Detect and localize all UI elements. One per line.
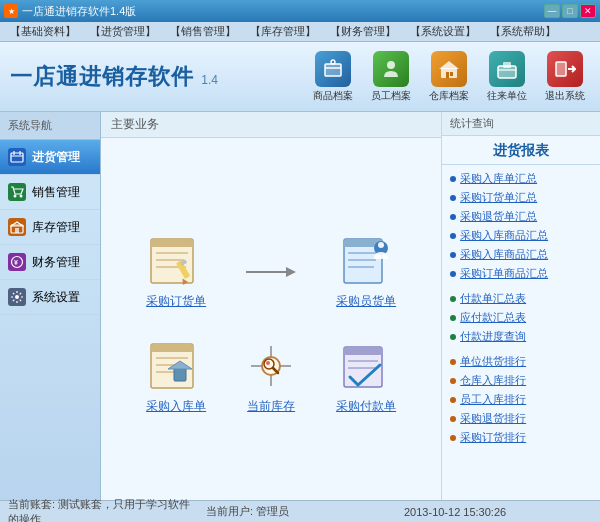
bullet-9	[450, 359, 456, 365]
menu-item-settings[interactable]: 【系统设置】	[404, 23, 482, 40]
sidebar-item-finance[interactable]: ¥ 财务管理	[0, 245, 100, 280]
node-current-inventory[interactable]: 当前库存	[241, 339, 301, 415]
stats-label-8[interactable]: 付款进度查询	[460, 329, 526, 344]
svg-text:¥: ¥	[14, 259, 18, 266]
node-purchase-order[interactable]: 采购订货单	[146, 234, 206, 310]
stats-label-4[interactable]: 采购入库商品汇总	[460, 247, 548, 262]
stats-item-11[interactable]: 员工入库排行	[442, 390, 600, 409]
employee-order-icon	[336, 234, 396, 289]
purchase-icon	[8, 148, 26, 166]
close-button[interactable]: ✕	[580, 4, 596, 18]
sidebar-item-purchase[interactable]: 进货管理	[0, 140, 100, 175]
menu-item-finance[interactable]: 【财务管理】	[324, 23, 402, 40]
logo-title: 一店通进销存软件	[10, 64, 194, 89]
bullet-8	[450, 334, 456, 340]
payment-label[interactable]: 采购付款单	[336, 398, 396, 415]
toolbar-unit[interactable]: 往来单位	[482, 51, 532, 103]
toolbar-product[interactable]: 商品档案	[308, 51, 358, 103]
svg-point-27	[15, 295, 19, 299]
stats-item-13[interactable]: 采购订货排行	[442, 428, 600, 447]
stats-label-9[interactable]: 单位供货排行	[460, 354, 526, 369]
svg-rect-7	[446, 72, 449, 78]
status-account: 当前账套: 测试账套，只用于学习软件的操作	[8, 497, 196, 523]
stats-label-0[interactable]: 采购入库单汇总	[460, 171, 537, 186]
menu-item-help[interactable]: 【系统帮助】	[484, 23, 562, 40]
employee-order-label[interactable]: 采购员货单	[336, 293, 396, 310]
sidebar-item-settings[interactable]: 系统设置	[0, 280, 100, 315]
stats-item-2[interactable]: 采购退货单汇总	[442, 207, 600, 226]
sidebar-item-inventory[interactable]: 库存管理	[0, 210, 100, 245]
stats-item-10[interactable]: 仓库入库排行	[442, 371, 600, 390]
stats-label-3[interactable]: 采购入库商品汇总	[460, 228, 548, 243]
node-purchase-warehouse[interactable]: 采购入库单	[146, 339, 206, 415]
menu-item-sales[interactable]: 【销售管理】	[164, 23, 242, 40]
purchase-order-label[interactable]: 采购订货单	[146, 293, 206, 310]
settings-icon	[8, 288, 26, 306]
svg-rect-11	[503, 62, 511, 68]
window-controls: — □ ✕	[544, 4, 596, 18]
stats-item-4[interactable]: 采购入库商品汇总	[442, 245, 600, 264]
stats-label-13[interactable]: 采购订货排行	[460, 430, 526, 445]
exit-svg	[554, 58, 576, 80]
svg-point-44	[378, 242, 384, 248]
stats-label-10[interactable]: 仓库入库排行	[460, 373, 526, 388]
logo-version: 1.4	[201, 73, 218, 87]
svg-rect-13	[556, 62, 566, 76]
stats-panel: 统计查询 进货报表 采购入库单汇总 采购订货单汇总 采购退货单汇总 采购入库商品…	[441, 112, 600, 500]
current-inventory-label[interactable]: 当前库存	[247, 398, 295, 415]
payment-icon	[336, 339, 396, 394]
stats-label-6[interactable]: 付款单汇总表	[460, 291, 526, 306]
main-business-area: 采购订货单	[101, 138, 441, 500]
bullet-2	[450, 214, 456, 220]
maximize-button[interactable]: □	[562, 4, 578, 18]
purchase-warehouse-label[interactable]: 采购入库单	[146, 398, 206, 415]
toolbar-company[interactable]: 仓库档案	[424, 51, 474, 103]
product-svg	[322, 58, 344, 80]
svg-rect-46	[151, 344, 193, 352]
bullet-4	[450, 252, 456, 258]
node-employee-order[interactable]: 采购员货单	[336, 234, 396, 310]
bullet-3	[450, 233, 456, 239]
toolbar-exit[interactable]: 退出系统	[540, 51, 590, 103]
sales-icon	[8, 183, 26, 201]
svg-rect-65	[344, 347, 382, 355]
toolbar-employee[interactable]: 员工档案	[366, 51, 416, 103]
stats-label-11[interactable]: 员工入库排行	[460, 392, 526, 407]
stats-item-12[interactable]: 采购退货排行	[442, 409, 600, 428]
employee-label: 员工档案	[371, 89, 411, 103]
menu-item-inventory[interactable]: 【库存管理】	[244, 23, 322, 40]
status-datetime: 2013-10-12 15:30:26	[404, 506, 592, 518]
bullet-0	[450, 176, 456, 182]
minimize-button[interactable]: —	[544, 4, 560, 18]
content-header: 主要业务	[101, 112, 441, 138]
stats-item-7[interactable]: 应付款汇总表	[442, 308, 600, 327]
body-area: 系统导航 进货管理 销售管理 库存管理 ¥	[0, 112, 600, 500]
stats-label-2[interactable]: 采购退货单汇总	[460, 209, 537, 224]
bullet-13	[450, 435, 456, 441]
menu-item-basic[interactable]: 【基础资料】	[4, 23, 82, 40]
stats-item-6[interactable]: 付款单汇总表	[442, 289, 600, 308]
stats-item-0[interactable]: 采购入库单汇总	[442, 169, 600, 188]
menu-item-purchase[interactable]: 【进货管理】	[84, 23, 162, 40]
stats-label-1[interactable]: 采购订货单汇总	[460, 190, 537, 205]
bullet-7	[450, 315, 456, 321]
svg-point-4	[387, 61, 395, 69]
stats-item-5[interactable]: 采购订单商品汇总	[442, 264, 600, 283]
exit-icon	[547, 51, 583, 87]
finance-icon: ¥	[8, 253, 26, 271]
node-payment[interactable]: 采购付款单	[336, 339, 396, 415]
stats-label-12[interactable]: 采购退货排行	[460, 411, 526, 426]
svg-rect-29	[151, 239, 193, 247]
stats-label-7[interactable]: 应付款汇总表	[460, 310, 526, 325]
stats-item-3[interactable]: 采购入库商品汇总	[442, 226, 600, 245]
stats-item-8[interactable]: 付款进度查询	[442, 327, 600, 346]
header: 一店通进销存软件 1.4 商品档案	[0, 42, 600, 112]
title-bar: ★ 一店通进销存软件1.4版 — □ ✕	[0, 0, 600, 22]
arrow-right-1	[241, 257, 301, 287]
sidebar-item-sales[interactable]: 销售管理	[0, 175, 100, 210]
stats-item-1[interactable]: 采购订货单汇总	[442, 188, 600, 207]
stats-item-9[interactable]: 单位供货排行	[442, 352, 600, 371]
content-area: 主要业务	[101, 112, 441, 500]
bullet-6	[450, 296, 456, 302]
stats-label-5[interactable]: 采购订单商品汇总	[460, 266, 548, 281]
